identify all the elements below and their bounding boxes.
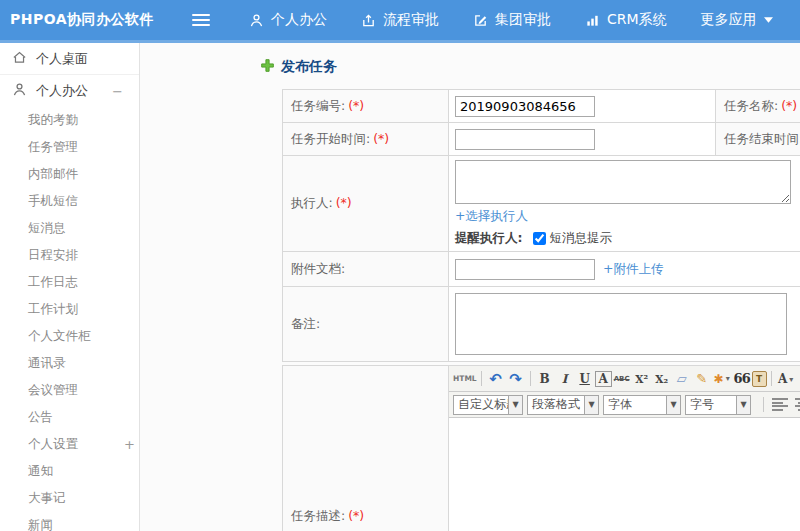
caret-down-icon: ▼ [508, 396, 522, 414]
eraser-icon[interactable]: ▱ [672, 369, 692, 389]
nav-item-group-approval[interactable]: 集团审批 [456, 0, 568, 40]
page-title: 发布任务 [260, 57, 800, 77]
sidebar-item-新闻[interactable]: 新闻 [0, 512, 139, 531]
top-navbar: PHPOA协同办公软件 个人办公流程审批集团审批CRM系统更多应用 [0, 0, 800, 40]
editor-content-area[interactable] [449, 418, 800, 531]
blockquote-icon[interactable]: 66 [732, 369, 752, 389]
sidebar-item-公告[interactable]: 公告 [0, 404, 139, 431]
attachment-label: 附件文档: [283, 252, 449, 287]
sidebar-item-短消息[interactable]: 短消息 [0, 215, 139, 242]
paragraph-format-select[interactable]: 段落格式▼ [527, 395, 599, 415]
collapse-icon[interactable]: − [112, 84, 127, 99]
caret-down-icon [764, 17, 773, 23]
custom-title-select[interactable]: 自定义标题▼ [453, 395, 523, 415]
sidebar-item-大事记[interactable]: 大事记 [0, 485, 139, 512]
underline-icon[interactable]: U [575, 369, 595, 389]
home-icon [12, 50, 27, 68]
nav-item-more-apps[interactable]: 更多应用 [684, 0, 790, 40]
sidebar-item-个人设置[interactable]: 个人设置+ [0, 431, 139, 458]
sidebar-item-任务管理[interactable]: 任务管理 [0, 134, 139, 161]
italic-icon[interactable]: I [555, 369, 575, 389]
expand-icon[interactable]: + [124, 437, 139, 452]
end-time-label: 任务结束时间:(*) [716, 123, 800, 156]
align-left-icon[interactable] [772, 398, 788, 411]
sidebar-item-手机短信[interactable]: 手机短信 [0, 188, 139, 215]
nav-item-crm-system[interactable]: CRM系统 [568, 0, 684, 40]
font-size-select[interactable]: 字号▼ [685, 395, 751, 415]
sidebar-item-个人文件柜[interactable]: 个人文件柜 [0, 323, 139, 350]
paste-plain-text-icon[interactable]: T [752, 371, 767, 387]
remark-textarea[interactable] [455, 293, 787, 355]
sidebar-item-会议管理[interactable]: 会议管理 [0, 377, 139, 404]
user-icon [249, 13, 264, 28]
executor-label: 执行人:(*) [283, 156, 449, 252]
editor-toolbar-row2: 自定义标题▼段落格式▼字体▼字号▼ [449, 392, 800, 418]
sidebar-item-内部邮件[interactable]: 内部邮件 [0, 161, 139, 188]
top-nav-menu: 个人办公流程审批集团审批CRM系统更多应用 [232, 0, 790, 40]
source-code-button[interactable]: HTML [453, 369, 477, 389]
caret-down-icon: ▾ [789, 374, 793, 384]
strikethrough-icon[interactable]: ABC [612, 369, 632, 389]
hamburger-menu-icon[interactable] [192, 14, 210, 26]
user-icon [12, 82, 27, 100]
bold-icon[interactable]: B [535, 369, 555, 389]
bar-chart-icon [585, 13, 600, 28]
sidebar-item-通讯录[interactable]: 通讯录 [0, 350, 139, 377]
process-icon [361, 13, 376, 28]
nav-item-personal-office[interactable]: 个人办公 [232, 0, 344, 40]
main-content: 发布任务 任务编号:(*) 任务名称:(*) 任务开始时间:(*) 任务结束时间… [140, 43, 800, 531]
attachment-upload-link[interactable]: +附件上传 [603, 261, 663, 278]
editor-toolbar-row1: HTML↶↷BIUAABCX²X₂▱✎✱▾66TA▾ [449, 366, 800, 392]
task-number-input[interactable] [455, 96, 595, 117]
toolbar-separator [530, 371, 531, 386]
edit-icon [473, 13, 488, 28]
undo-icon[interactable]: ↶ [486, 369, 506, 389]
toolbar-separator [771, 371, 772, 386]
sms-remind-text: 短消息提示 [550, 230, 613, 247]
redo-icon[interactable]: ↷ [506, 369, 526, 389]
sidebar-item-工作日志[interactable]: 工作日志 [0, 269, 139, 296]
caret-down-icon: ▼ [584, 396, 598, 414]
sidebar-item-通知[interactable]: 通知 [0, 458, 139, 485]
auto-typeset-icon[interactable]: ✱▾ [712, 369, 732, 389]
toolbar-separator [481, 371, 482, 386]
publish-task-form: 任务编号:(*) 任务名称:(*) 任务开始时间:(*) 任务结束时间:(*) … [282, 89, 800, 531]
remark-label: 备注: [283, 287, 449, 362]
remind-executor-label: 提醒执行人: [455, 230, 523, 247]
task-name-label: 任务名称:(*) [716, 90, 800, 123]
rich-text-editor: HTML↶↷BIUAABCX²X₂▱✎✱▾66TA▾ 自定义标题▼段落格式▼字体… [449, 366, 800, 531]
superscript-icon[interactable]: X² [632, 369, 652, 389]
font-color-icon[interactable]: A▾ [776, 369, 796, 389]
sidebar-item-个人办公[interactable]: 个人办公− [0, 75, 139, 107]
caret-down-icon: ▼ [666, 396, 680, 414]
executor-textarea[interactable] [455, 160, 791, 204]
sidebar-item-我的考勤[interactable]: 我的考勤 [0, 107, 139, 134]
attachment-input[interactable] [455, 259, 595, 280]
subscript-icon[interactable]: X₂ [652, 369, 672, 389]
sidebar-item-工作计划[interactable]: 工作计划 [0, 296, 139, 323]
start-time-input[interactable] [455, 129, 595, 150]
sms-remind-checkbox[interactable] [533, 232, 546, 245]
sidebar-item-个人桌面[interactable]: 个人桌面 [0, 43, 139, 75]
align-center-icon[interactable] [795, 398, 800, 411]
sidebar-item-日程安排[interactable]: 日程安排 [0, 242, 139, 269]
task-description-label: 任务描述:(*) [283, 366, 449, 531]
task-number-label: 任务编号:(*) [283, 90, 449, 123]
caret-down-icon: ▾ [726, 374, 730, 383]
app-brand: PHPOA协同办公软件 [0, 11, 160, 29]
nav-item-workflow-approval[interactable]: 流程审批 [344, 0, 456, 40]
font-family-select[interactable]: 字体▼ [603, 395, 681, 415]
plus-icon [260, 58, 275, 76]
toolbar-separator [763, 397, 764, 412]
sidebar: 个人桌面个人办公−我的考勤任务管理内部邮件手机短信短消息日程安排工作日志工作计划… [0, 43, 140, 531]
format-painter-icon[interactable]: ✎ [692, 369, 712, 389]
char-border-icon[interactable]: A [595, 371, 612, 387]
caret-down-icon: ▼ [736, 396, 750, 414]
start-time-label: 任务开始时间:(*) [283, 123, 449, 156]
choose-executor-link[interactable]: +选择执行人 [455, 208, 528, 223]
